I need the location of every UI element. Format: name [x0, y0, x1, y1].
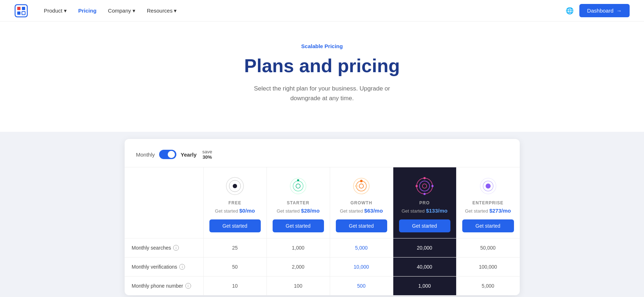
feature-value: 25	[204, 238, 267, 257]
feature-value: 1,000	[393, 277, 457, 295]
feature-row: Monthly searchesi251,0005,00020,00050,00…	[125, 238, 520, 257]
free-icon	[225, 176, 245, 196]
svg-point-15	[360, 180, 363, 182]
svg-point-19	[422, 184, 427, 188]
feature-value: 10,000	[330, 257, 393, 276]
feature-value: 50,000	[457, 238, 520, 257]
enterprise-plan-name: ENTERPRISE	[462, 200, 514, 205]
save-badge: save 30%	[202, 149, 212, 160]
nav-company[interactable]: Company ▾	[104, 5, 140, 17]
feature-row: Monthly verificationsi502,00010,00040,00…	[125, 257, 520, 276]
svg-point-22	[416, 185, 418, 187]
logo[interactable]	[14, 4, 28, 18]
svg-rect-2	[22, 7, 25, 10]
svg-point-23	[423, 193, 426, 195]
pricing-card: Monthly Yearly save 30%	[125, 139, 520, 295]
feature-value: 5,000	[330, 238, 393, 257]
enterprise-cta-button[interactable]: Get started	[462, 219, 514, 232]
feature-value: 10	[204, 277, 267, 295]
plan-pro: PRO Get started $133/mo Get started	[393, 167, 457, 238]
svg-rect-4	[22, 11, 25, 15]
svg-point-13	[356, 181, 366, 191]
free-cta-button[interactable]: Get started	[209, 219, 261, 232]
feature-value: 1,000	[267, 238, 330, 257]
feature-value: 20,000	[393, 238, 457, 257]
nav-links: Product ▾ Pricing Company ▾ Resources ▾	[40, 5, 566, 17]
nav-product[interactable]: Product ▾	[40, 5, 71, 17]
feature-value: 5,000	[457, 277, 520, 295]
svg-point-7	[233, 184, 237, 188]
feature-label: Monthly verificationsi	[125, 257, 204, 276]
svg-point-14	[359, 184, 363, 188]
pricing-section: Monthly Yearly save 30%	[0, 132, 644, 297]
growth-cta-button[interactable]: Get started	[336, 219, 387, 232]
info-icon[interactable]: i	[179, 264, 185, 270]
pro-cta-button[interactable]: Get started	[399, 219, 450, 232]
info-icon[interactable]: i	[185, 283, 191, 289]
starter-icon	[288, 176, 308, 196]
nav-right: 🌐 Dashboard →	[566, 4, 630, 17]
feature-value: 40,000	[393, 257, 457, 276]
plan-enterprise: ENTERPRISE Get started $273/mo Get start…	[457, 167, 520, 238]
feature-value: 2,000	[267, 257, 330, 276]
svg-point-20	[423, 177, 426, 179]
svg-point-26	[486, 184, 491, 189]
navbar: Product ▾ Pricing Company ▾ Resources ▾ …	[0, 0, 644, 22]
svg-rect-3	[17, 11, 20, 15]
pro-plan-name: PRO	[399, 200, 450, 205]
starter-price-row: Get started $28/mo	[273, 208, 324, 214]
header-spacer	[125, 167, 204, 238]
plan-starter: STARTER Get started $28/mo Get started	[267, 167, 330, 238]
growth-icon	[351, 176, 371, 196]
hero-section: Scalable Pricing Plans and pricing Selec…	[0, 22, 644, 132]
starter-plan-name: STARTER	[273, 200, 324, 205]
svg-point-9	[293, 181, 303, 191]
svg-point-10	[296, 184, 300, 188]
svg-rect-1	[17, 7, 20, 10]
billing-toggle[interactable]	[159, 150, 176, 159]
dashboard-button[interactable]: Dashboard →	[579, 4, 630, 17]
svg-point-16	[355, 185, 358, 187]
feature-value: 100	[267, 277, 330, 295]
feature-rows: Monthly searchesi251,0005,00020,00050,00…	[125, 238, 520, 295]
enterprise-price-row: Get started $273/mo	[462, 208, 514, 214]
plans-header: FREE Get started $0/mo Get started	[125, 167, 520, 238]
info-icon[interactable]: i	[173, 245, 179, 251]
free-plan-name: FREE	[209, 200, 261, 205]
plan-free: FREE Get started $0/mo Get started	[204, 167, 267, 238]
free-price-row: Get started $0/mo	[209, 208, 261, 214]
nav-resources[interactable]: Resources ▾	[143, 5, 181, 17]
starter-cta-button[interactable]: Get started	[273, 219, 324, 232]
feature-value: 50	[204, 257, 267, 276]
feature-label: Monthly searchesi	[125, 238, 204, 257]
svg-rect-0	[15, 5, 27, 17]
chevron-down-icon: ▾	[174, 8, 177, 14]
pro-icon	[414, 176, 435, 196]
chevron-down-icon: ▾	[133, 8, 135, 14]
billing-toggle-row: Monthly Yearly save 30%	[125, 139, 520, 167]
svg-point-18	[420, 181, 430, 191]
yearly-label: Yearly	[181, 152, 196, 158]
chevron-down-icon: ▾	[64, 8, 67, 14]
feature-label: Monthly phone numberi	[125, 277, 204, 295]
hero-subtitle: Select the right plan for your business.…	[247, 84, 398, 103]
monthly-label: Monthly	[136, 152, 155, 158]
plan-growth: GROWTH Get started $63/mo Get started	[330, 167, 393, 238]
enterprise-icon	[478, 176, 498, 196]
svg-point-17	[417, 178, 432, 194]
svg-point-11	[297, 179, 299, 181]
feature-value: 500	[330, 277, 393, 295]
language-button[interactable]: 🌐	[566, 7, 574, 15]
arrow-right-icon: →	[616, 8, 622, 14]
hero-title: Plans and pricing	[7, 55, 637, 76]
growth-plan-name: GROWTH	[336, 200, 387, 205]
hero-tag: Scalable Pricing	[7, 43, 637, 49]
svg-point-21	[431, 185, 434, 187]
nav-pricing[interactable]: Pricing	[74, 5, 101, 17]
feature-value: 100,000	[457, 257, 520, 276]
pro-price-row: Get started $133/mo	[399, 208, 450, 214]
feature-row: Monthly phone numberi101005001,0005,000	[125, 276, 520, 295]
growth-price-row: Get started $63/mo	[336, 208, 387, 214]
